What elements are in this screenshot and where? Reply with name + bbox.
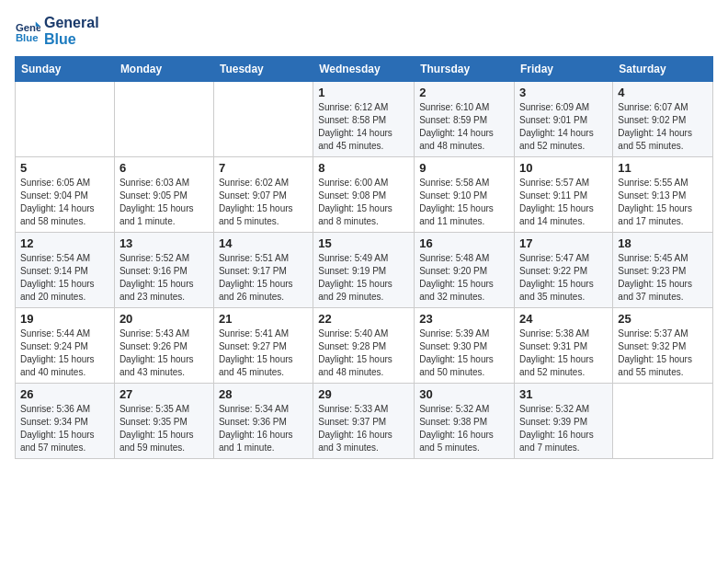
cell-details: Sunrise: 5:35 AMSunset: 9:35 PMDaylight:…: [119, 403, 209, 454]
cell-details: Sunrise: 5:49 AMSunset: 9:19 PMDaylight:…: [318, 252, 409, 304]
calendar-cell: 3Sunrise: 6:09 AMSunset: 9:01 PMDaylight…: [515, 82, 613, 157]
calendar-cell: 21Sunrise: 5:41 AMSunset: 9:27 PMDayligh…: [213, 308, 313, 384]
cell-details: Sunrise: 6:00 AMSunset: 9:08 PMDaylight:…: [318, 177, 409, 228]
calendar-cell: 2Sunrise: 6:10 AMSunset: 8:59 PMDaylight…: [415, 82, 515, 157]
day-number: 10: [519, 161, 608, 175]
calendar-cell: 7Sunrise: 6:02 AMSunset: 9:07 PMDaylight…: [213, 157, 313, 233]
calendar-cell: 31Sunrise: 5:32 AMSunset: 9:39 PMDayligh…: [515, 384, 613, 459]
calendar-cell: 15Sunrise: 5:49 AMSunset: 9:19 PMDayligh…: [313, 233, 415, 308]
cell-details: Sunrise: 5:37 AMSunset: 9:32 PMDaylight:…: [618, 327, 708, 379]
day-number: 5: [20, 161, 109, 175]
day-number: 24: [519, 312, 608, 326]
calendar-cell: 25Sunrise: 5:37 AMSunset: 9:32 PMDayligh…: [613, 308, 713, 384]
calendar-body: 1Sunrise: 6:12 AMSunset: 8:58 PMDaylight…: [16, 82, 713, 459]
calendar-cell: 5Sunrise: 6:05 AMSunset: 9:04 PMDaylight…: [16, 157, 115, 233]
day-number: 1: [318, 86, 409, 99]
cell-details: Sunrise: 5:43 AMSunset: 9:26 PMDaylight:…: [119, 327, 209, 379]
calendar-cell: 13Sunrise: 5:52 AMSunset: 9:16 PMDayligh…: [114, 233, 213, 308]
calendar-cell: 26Sunrise: 5:36 AMSunset: 9:34 PMDayligh…: [16, 384, 115, 459]
calendar-week-4: 19Sunrise: 5:44 AMSunset: 9:24 PMDayligh…: [16, 308, 713, 384]
day-number: 12: [20, 236, 109, 250]
cell-details: Sunrise: 5:58 AMSunset: 9:10 PMDaylight:…: [419, 177, 509, 228]
calendar-cell: 10Sunrise: 5:57 AMSunset: 9:11 PMDayligh…: [515, 157, 613, 233]
cell-details: Sunrise: 5:55 AMSunset: 9:13 PMDaylight:…: [618, 177, 708, 228]
calendar-cell: 6Sunrise: 6:03 AMSunset: 9:05 PMDaylight…: [114, 157, 213, 233]
cell-details: Sunrise: 6:12 AMSunset: 8:58 PMDaylight:…: [318, 101, 409, 153]
calendar-cell: 4Sunrise: 6:07 AMSunset: 9:02 PMDaylight…: [613, 82, 713, 157]
cell-details: Sunrise: 5:36 AMSunset: 9:34 PMDaylight:…: [20, 403, 109, 454]
day-number: 15: [318, 236, 409, 250]
day-header-sunday: Sunday: [16, 57, 115, 82]
calendar-cell: 18Sunrise: 5:45 AMSunset: 9:23 PMDayligh…: [613, 233, 713, 308]
calendar-cell: 16Sunrise: 5:48 AMSunset: 9:20 PMDayligh…: [415, 233, 515, 308]
svg-text:Blue: Blue: [16, 31, 39, 42]
day-number: 20: [119, 312, 209, 326]
cell-details: Sunrise: 5:40 AMSunset: 9:28 PMDaylight:…: [318, 327, 409, 379]
calendar-cell: 12Sunrise: 5:54 AMSunset: 9:14 PMDayligh…: [16, 233, 115, 308]
calendar-week-1: 1Sunrise: 6:12 AMSunset: 8:58 PMDaylight…: [16, 82, 713, 157]
day-number: 13: [119, 236, 209, 250]
day-number: 7: [219, 161, 308, 175]
cell-details: Sunrise: 5:54 AMSunset: 9:14 PMDaylight:…: [20, 252, 109, 304]
calendar-cell: 23Sunrise: 5:39 AMSunset: 9:30 PMDayligh…: [415, 308, 515, 384]
day-number: 27: [119, 387, 209, 401]
day-number: 3: [519, 86, 608, 99]
calendar-cell: 14Sunrise: 5:51 AMSunset: 9:17 PMDayligh…: [213, 233, 313, 308]
calendar-cell: 24Sunrise: 5:38 AMSunset: 9:31 PMDayligh…: [515, 308, 613, 384]
day-number: 2: [419, 86, 509, 99]
cell-details: Sunrise: 5:41 AMSunset: 9:27 PMDaylight:…: [219, 327, 308, 379]
calendar-cell: 30Sunrise: 5:32 AMSunset: 9:38 PMDayligh…: [415, 384, 515, 459]
cell-details: Sunrise: 6:07 AMSunset: 9:02 PMDaylight:…: [618, 101, 708, 153]
calendar-table: SundayMondayTuesdayWednesdayThursdayFrid…: [15, 56, 713, 459]
day-number: 18: [618, 236, 708, 250]
cell-details: Sunrise: 5:48 AMSunset: 9:20 PMDaylight:…: [419, 252, 509, 304]
day-number: 30: [419, 387, 509, 401]
day-number: 26: [20, 387, 109, 401]
day-number: 4: [618, 86, 708, 99]
cell-details: Sunrise: 5:44 AMSunset: 9:24 PMDaylight:…: [20, 327, 109, 379]
calendar-cell: [16, 82, 115, 157]
day-header-monday: Monday: [114, 57, 213, 82]
cell-details: Sunrise: 5:47 AMSunset: 9:22 PMDaylight:…: [519, 252, 608, 304]
calendar-cell: 28Sunrise: 5:34 AMSunset: 9:36 PMDayligh…: [213, 384, 313, 459]
logo-line1: General: [44, 15, 99, 31]
day-header-thursday: Thursday: [415, 57, 515, 82]
cell-details: Sunrise: 5:52 AMSunset: 9:16 PMDaylight:…: [119, 252, 209, 304]
calendar-header-row: SundayMondayTuesdayWednesdayThursdayFrid…: [16, 57, 713, 82]
calendar-cell: 22Sunrise: 5:40 AMSunset: 9:28 PMDayligh…: [313, 308, 415, 384]
calendar-cell: 29Sunrise: 5:33 AMSunset: 9:37 PMDayligh…: [313, 384, 415, 459]
calendar-cell: 27Sunrise: 5:35 AMSunset: 9:35 PMDayligh…: [114, 384, 213, 459]
day-number: 31: [519, 387, 608, 401]
calendar-week-3: 12Sunrise: 5:54 AMSunset: 9:14 PMDayligh…: [16, 233, 713, 308]
day-number: 9: [419, 161, 509, 175]
day-number: 23: [419, 312, 509, 326]
calendar-cell: 20Sunrise: 5:43 AMSunset: 9:26 PMDayligh…: [114, 308, 213, 384]
day-number: 14: [219, 236, 308, 250]
calendar-cell: 19Sunrise: 5:44 AMSunset: 9:24 PMDayligh…: [16, 308, 115, 384]
cell-details: Sunrise: 5:32 AMSunset: 9:39 PMDaylight:…: [519, 403, 608, 454]
cell-details: Sunrise: 6:03 AMSunset: 9:05 PMDaylight:…: [119, 177, 209, 228]
cell-details: Sunrise: 6:09 AMSunset: 9:01 PMDaylight:…: [519, 101, 608, 153]
day-number: 25: [618, 312, 708, 326]
calendar-cell: 1Sunrise: 6:12 AMSunset: 8:58 PMDaylight…: [313, 82, 415, 157]
calendar-cell: [213, 82, 313, 157]
cell-details: Sunrise: 5:38 AMSunset: 9:31 PMDaylight:…: [519, 327, 608, 379]
cell-details: Sunrise: 5:39 AMSunset: 9:30 PMDaylight:…: [419, 327, 509, 379]
day-number: 17: [519, 236, 608, 250]
calendar-cell: 8Sunrise: 6:00 AMSunset: 9:08 PMDaylight…: [313, 157, 415, 233]
cell-details: Sunrise: 5:32 AMSunset: 9:38 PMDaylight:…: [419, 403, 509, 454]
cell-details: Sunrise: 5:34 AMSunset: 9:36 PMDaylight:…: [219, 403, 308, 454]
day-number: 16: [419, 236, 509, 250]
cell-details: Sunrise: 6:05 AMSunset: 9:04 PMDaylight:…: [20, 177, 109, 228]
cell-details: Sunrise: 5:45 AMSunset: 9:23 PMDaylight:…: [618, 252, 708, 304]
day-number: 28: [219, 387, 308, 401]
day-header-saturday: Saturday: [613, 57, 713, 82]
day-number: 8: [318, 161, 409, 175]
cell-details: Sunrise: 6:02 AMSunset: 9:07 PMDaylight:…: [219, 177, 308, 228]
calendar-cell: [114, 82, 213, 157]
logo-line2: Blue: [44, 31, 99, 48]
day-number: 29: [318, 387, 409, 401]
day-number: 21: [219, 312, 308, 326]
cell-details: Sunrise: 6:10 AMSunset: 8:59 PMDaylight:…: [419, 101, 509, 153]
day-header-wednesday: Wednesday: [313, 57, 415, 82]
